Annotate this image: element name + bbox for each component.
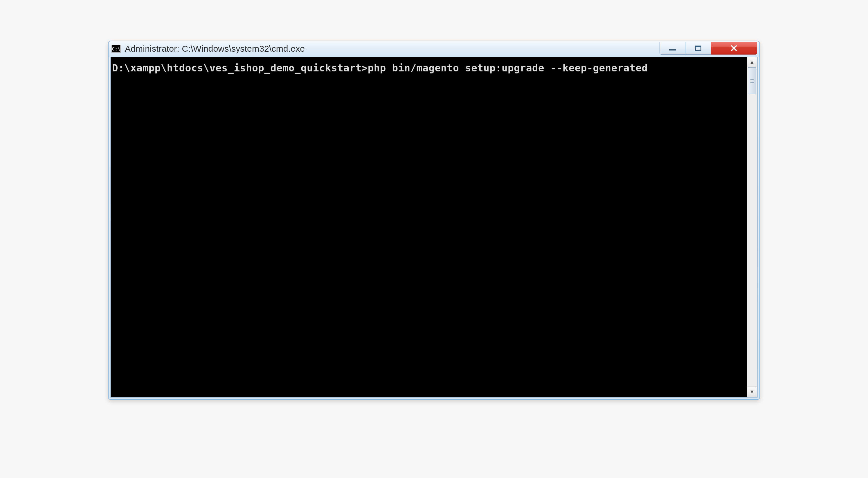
command-text: php bin/magento setup:upgrade --keep-gen…	[368, 62, 648, 74]
window-title: Administrator: C:\Windows\system32\cmd.e…	[125, 44, 659, 54]
prompt-text: D:\xampp\htdocs\ves_ishop_demo_quickstar…	[112, 62, 368, 74]
chevron-up-icon: ▲	[749, 59, 755, 65]
cmd-window: C:\ Administrator: C:\Windows\system32\c…	[108, 41, 760, 400]
cmd-icon: C:\	[112, 45, 121, 53]
scrollbar-track[interactable]	[747, 67, 757, 387]
content-area: D:\xampp\htdocs\ves_ishop_demo_quickstar…	[110, 57, 758, 397]
minimize-button[interactable]	[659, 42, 685, 55]
window-controls: ✕	[659, 42, 757, 55]
scroll-down-button[interactable]: ▼	[747, 387, 757, 397]
maximize-icon	[695, 45, 701, 51]
close-button[interactable]: ✕	[711, 42, 757, 55]
maximize-button[interactable]	[685, 42, 711, 55]
vertical-scrollbar[interactable]: ▲ ▼	[747, 57, 757, 397]
minimize-icon	[669, 49, 676, 51]
scroll-up-button[interactable]: ▲	[747, 57, 757, 67]
chevron-down-icon: ▼	[749, 389, 755, 395]
titlebar[interactable]: C:\ Administrator: C:\Windows\system32\c…	[108, 41, 760, 57]
scrollbar-thumb[interactable]	[748, 67, 756, 94]
close-icon: ✕	[730, 43, 738, 53]
terminal-output[interactable]: D:\xampp\htdocs\ves_ishop_demo_quickstar…	[111, 57, 747, 397]
cmd-icon-label: C:\	[112, 46, 121, 52]
